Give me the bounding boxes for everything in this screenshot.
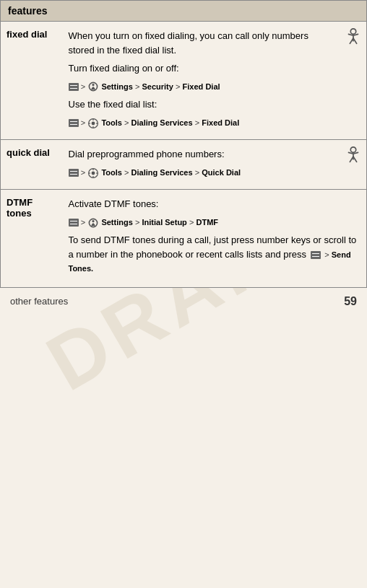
accessibility-icon [343, 27, 363, 48]
quick-dial-path1: > Tools > [69, 166, 335, 180]
dtmf-path1: > Settings > Initial Setup > [69, 216, 361, 229]
quick-dial-icon-cell [340, 140, 367, 190]
menu-icon [69, 119, 79, 127]
feature-desc-dtmf: Activate DTMF tones: > Settings [66, 190, 367, 288]
fixed-dial-path2: > Tools [69, 116, 335, 130]
quick-dial-text1: Dial preprogrammed phone numbers: [69, 147, 335, 162]
menu-icon [69, 219, 79, 227]
fixed-dial-path1: > Settings > Security > [69, 80, 335, 94]
fixed-dial-text1: When you turn on fixed dialing, you can … [69, 29, 335, 57]
content: features fixed dial When you turn on fix… [0, 0, 367, 288]
page-footer: other features 59 [0, 288, 367, 315]
svg-point-13 [350, 147, 355, 152]
accessibility-icon [343, 146, 363, 166]
feature-name-dtmf: DTMF tones [1, 190, 66, 288]
dialing-services-label: Dialing Services [131, 118, 193, 127]
svg-point-1 [92, 84, 95, 86]
footer-label: other features [10, 296, 68, 307]
svg-point-2 [92, 121, 95, 125]
dtmf-text2: To send DTMF tones during a call, just p… [69, 233, 361, 276]
table-header-row: features [1, 1, 367, 22]
page-number: 59 [344, 295, 357, 308]
settings-icon [87, 217, 99, 229]
feature-desc-quick-dial: Dial preprogrammed phone numbers: > [66, 140, 341, 190]
fixed-dial-text2: Turn fixed dialing on or off: [69, 61, 335, 76]
table-row: quick dial Dial preprogrammed phone numb… [1, 140, 367, 190]
tools-icon [87, 118, 99, 129]
fixed-dial-icon-cell [340, 22, 367, 140]
svg-point-15 [92, 220, 95, 222]
page-wrapper: DRAFT features fixed dial When you turn … [0, 0, 367, 588]
menu-icon [69, 83, 79, 91]
fixed-dial-text3: Use the fixed dial list: [69, 97, 335, 112]
tools-icon [87, 167, 99, 179]
svg-point-7 [350, 29, 355, 34]
table-row: DTMF tones Activate DTMF tones: > [1, 190, 367, 288]
menu-icon [69, 169, 79, 177]
feature-desc-fixed-dial: When you turn on fixed dialing, you can … [66, 22, 341, 140]
features-table: features fixed dial When you turn on fix… [0, 0, 367, 288]
feature-name-quick-dial: quick dial [1, 140, 66, 190]
svg-point-8 [92, 171, 95, 175]
table-header-cell: features [1, 1, 367, 22]
dtmf-text1: Activate DTMF tones: [69, 197, 361, 211]
table-row: fixed dial When you turn on fixed dialin… [1, 22, 367, 140]
settings-icon [87, 81, 99, 92]
feature-name-fixed-dial: fixed dial [1, 22, 66, 140]
menu-icon [311, 251, 321, 259]
